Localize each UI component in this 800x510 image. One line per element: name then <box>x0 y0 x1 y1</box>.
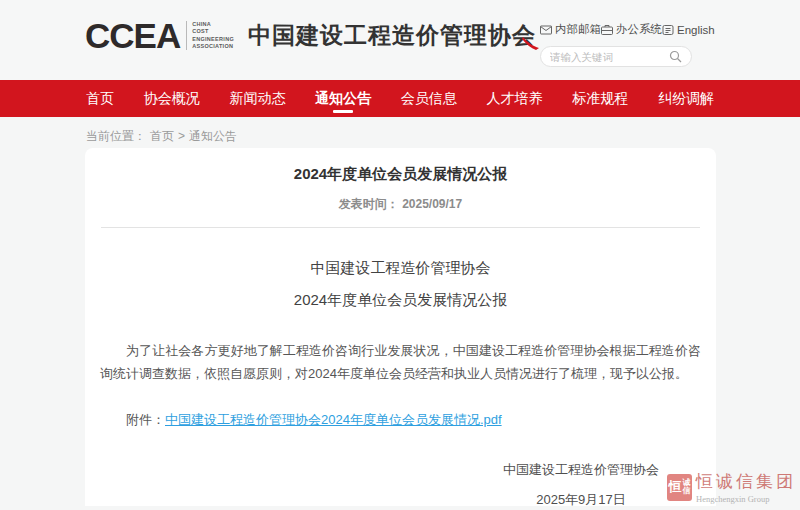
signature-block: 中国建设工程造价管理协会 2025年9月17日 <box>476 461 686 509</box>
doc-heading-org: 中国建设工程造价管理协会 <box>85 259 716 278</box>
nav-item-notices[interactable]: 通知公告 <box>315 80 371 117</box>
link-english[interactable]: English <box>662 24 715 36</box>
nav-item-mediation[interactable]: 纠纷调解 <box>658 80 714 117</box>
site-title: 中国建设工程造价管理协会 <box>248 20 536 51</box>
nav-item-about[interactable]: 协会概况 <box>144 80 200 117</box>
breadcrumb-current[interactable]: 通知公告 <box>189 128 237 145</box>
search-box[interactable] <box>540 46 692 67</box>
signature-date: 2025年9月17日 <box>476 491 686 509</box>
breadcrumb-prefix: 当前位置： <box>86 128 146 145</box>
watermark-text: 恒诚信集团 Hengchengxin Group <box>696 470 796 504</box>
header-utilities: 内部邮箱 办公系统 English <box>540 22 700 67</box>
seal-char: 信 <box>683 487 691 495</box>
article-paragraph: 为了让社会各方更好地了解工程造价咨询行业发展状况，中国建设工程造价管理协会根据工… <box>100 339 701 385</box>
quick-link-label: 内部邮箱 <box>555 22 601 37</box>
quick-links: 内部邮箱 办公系统 English <box>540 22 700 37</box>
nav-item-standards[interactable]: 标准规程 <box>572 80 628 117</box>
article-card: 2024年度单位会员发展情况公报 发表时间： 2025/09/17 中国建设工程… <box>85 148 716 506</box>
site-logo[interactable]: CCEA CHINA COST ENGINEERING ASSOCIATION … <box>85 18 536 53</box>
publish-date: 发表时间： 2025/09/17 <box>85 196 716 213</box>
watermark-name-en: Hengchengxin Group <box>696 494 796 504</box>
search-icon[interactable] <box>669 50 682 63</box>
logo-subtext-line: ENGINEERING <box>192 36 234 43</box>
nav-item-home[interactable]: 首页 <box>86 80 114 117</box>
link-internal-mail[interactable]: 内部邮箱 <box>540 22 601 37</box>
doc-heading-title: 2024年度单位会员发展情况公报 <box>85 291 716 310</box>
quick-link-label: 办公系统 <box>616 22 662 37</box>
attachment-label: 附件： <box>126 412 165 427</box>
logo-subtext-line: CHINA <box>192 21 234 28</box>
globe-icon <box>662 24 674 36</box>
briefcase-icon <box>601 24 613 36</box>
breadcrumb-home[interactable]: 首页 <box>150 128 174 145</box>
logo-subtext: CHINA COST ENGINEERING ASSOCIATION <box>186 21 234 51</box>
link-office-system[interactable]: 办公系统 <box>601 22 662 37</box>
attachment-pdf-link[interactable]: 中国建设工程造价管理协会2024年度单位会员发展情况.pdf <box>165 412 502 427</box>
nav-item-news[interactable]: 新闻动态 <box>229 80 285 117</box>
logo-acronym: CCEA <box>85 18 180 53</box>
attachment-row: 附件：中国建设工程造价管理协会2024年度单位会员发展情况.pdf <box>100 411 701 429</box>
search-input[interactable] <box>550 51 660 63</box>
site-header: CCEA CHINA COST ENGINEERING ASSOCIATION … <box>0 0 800 80</box>
breadcrumb: 当前位置： 首页 > 通知公告 <box>86 127 800 145</box>
main-nav-inner: 首页 协会概况 新闻动态 通知公告 会员信息 人才培养 标准规程 纠纷调解 <box>86 80 714 117</box>
hengchengxin-watermark: 恒 诚 信 恒诚信集团 Hengchengxin Group <box>667 470 796 504</box>
seal-char: 恒 <box>669 478 682 496</box>
mail-icon <box>540 24 552 36</box>
logo-subtext-line: COST <box>192 28 234 35</box>
nav-item-training[interactable]: 人才培养 <box>487 80 543 117</box>
quick-link-label: English <box>677 24 715 36</box>
article-title: 2024年度单位会员发展情况公报 <box>85 148 716 184</box>
main-nav: 首页 协会概况 新闻动态 通知公告 会员信息 人才培养 标准规程 纠纷调解 <box>0 80 800 117</box>
signature-org: 中国建设工程造价管理协会 <box>476 461 686 479</box>
nav-item-members[interactable]: 会员信息 <box>401 80 457 117</box>
hengchengxin-seal-icon: 恒 诚 信 <box>667 474 692 501</box>
watermark-name-cn: 恒诚信集团 <box>696 470 796 493</box>
logo-subtext-line: ASSOCIATION <box>192 43 234 50</box>
breadcrumb-separator: > <box>178 129 185 143</box>
title-divider <box>101 227 700 228</box>
logo-swoosh-icon <box>522 33 540 51</box>
